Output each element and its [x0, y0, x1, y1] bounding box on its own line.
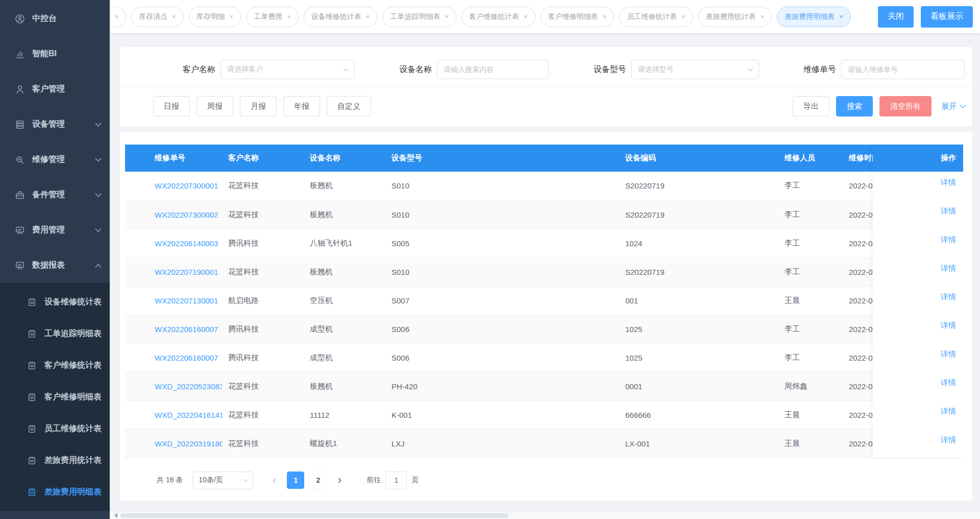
horizontal-scrollbar[interactable] [110, 511, 980, 519]
cell-order[interactable]: WX202206160007 [125, 315, 222, 343]
next-page-button[interactable] [331, 471, 348, 489]
clear-all-button[interactable]: 清空所有 [879, 96, 932, 116]
sidebar-item-5[interactable]: 备件管理 [0, 177, 110, 213]
cell-order[interactable]: WX202206140003 [125, 229, 222, 257]
detail-link[interactable]: 详情 [941, 435, 956, 445]
period-button-0[interactable]: 日报 [153, 96, 190, 116]
period-button-4[interactable]: 自定义 [327, 96, 371, 116]
detail-link[interactable]: 详情 [941, 178, 956, 187]
detail-link[interactable]: 详情 [941, 407, 956, 416]
sidebar-subitem-4[interactable]: 员工维修统计表 [0, 413, 110, 444]
tab-7[interactable]: 客户维修明细表 [541, 7, 615, 27]
tab-close-icon[interactable] [681, 13, 685, 20]
detail-link[interactable]: 详情 [941, 292, 956, 302]
detail-link[interactable]: 详情 [941, 206, 956, 216]
sidebar-subitem-0[interactable]: 设备维修统计表 [0, 286, 110, 318]
page-number-1[interactable]: 1 [287, 471, 304, 489]
filter-label: 设备型号 [594, 64, 626, 75]
sidebar-subitem-3[interactable]: 客户维修明细表 [0, 381, 110, 413]
table-row: WX202206140003腾讯科技八轴飞针机1S0051024李工2022-0… [125, 229, 963, 257]
export-button[interactable]: 导出 [793, 96, 829, 116]
goto-page-input[interactable] [385, 471, 407, 489]
sidebar-item-label: 智能BI [32, 49, 57, 59]
board-display-button[interactable]: 看板展示 [921, 6, 973, 28]
tab-6[interactable]: 客户维修统计表 [461, 7, 535, 27]
tab-close-icon[interactable] [524, 13, 528, 20]
cell-order[interactable]: WXD_20220416141452976 [125, 400, 222, 429]
cell-order[interactable]: WXD_20220523083318102 [125, 372, 222, 400]
detail-link[interactable]: 详情 [941, 235, 956, 245]
tab-0[interactable] [114, 7, 126, 27]
sidebar-item-3[interactable]: 设备管理 [0, 107, 110, 142]
cell-order[interactable]: WX202206160007 [125, 343, 222, 372]
filter-select-0[interactable]: 请选择客户 [220, 60, 355, 79]
period-button-3[interactable]: 年报 [283, 96, 320, 116]
chevron-down-icon [95, 120, 102, 127]
cell-order[interactable]: WX202207300002 [125, 200, 222, 229]
scrollbar-thumb[interactable] [120, 513, 508, 518]
tab-1[interactable]: 库存清点 [131, 7, 184, 27]
tab-9[interactable]: 差旅费用统计表 [698, 7, 772, 27]
sidebar-item-0[interactable]: 中控台 [0, 1, 110, 36]
filter-input-3[interactable] [841, 60, 965, 79]
tab-3[interactable]: 工单费用 [246, 7, 299, 27]
cell-code: S20220719 [619, 257, 778, 286]
device-icon [14, 119, 26, 130]
cell-model: S010 [385, 200, 619, 229]
table-header-row: 维修单号客户名称设备名称设备型号设备编码维修人员维修时间 [125, 145, 963, 172]
tab-4[interactable]: 设备维修统计表 [304, 7, 378, 27]
sidebar-subitem-1[interactable]: 工单追踪明细表 [0, 318, 110, 349]
tab-2[interactable]: 库存明细 [189, 7, 241, 27]
cell-order[interactable]: WX202207130001 [125, 286, 222, 315]
tab-close-icon[interactable] [287, 13, 291, 20]
page-number-2[interactable]: 2 [309, 471, 327, 489]
cell-model: S010 [385, 172, 619, 200]
tab-close-icon[interactable] [172, 13, 176, 20]
filter-label: 设备名称 [399, 64, 432, 75]
cell-order[interactable]: WX202207190001 [125, 257, 222, 286]
tab-8[interactable]: 员工维修统计表 [619, 7, 693, 27]
close-button[interactable]: 关闭 [878, 6, 914, 28]
detail-link[interactable]: 详情 [941, 378, 956, 388]
tab-close-icon[interactable] [230, 13, 234, 20]
prev-page-button[interactable] [265, 471, 283, 489]
tab-10[interactable]: 差旅费用明细表 [777, 7, 851, 27]
column-header-1: 客户名称 [222, 145, 304, 172]
tab-5[interactable]: 工单追踪明细表 [382, 7, 456, 27]
cell-order[interactable]: WX202207300001 [125, 172, 222, 200]
tab-close-icon[interactable] [603, 13, 607, 20]
scroll-left-arrow-icon[interactable] [112, 513, 117, 518]
detail-link[interactable]: 详情 [941, 264, 956, 273]
sidebar-item-1[interactable]: 智能BI [0, 36, 110, 72]
sidebar: 中控台智能BI客户管理设备管理维修管理备件管理费用管理数据报表 设备维修统计表工… [0, 0, 110, 519]
tab-label: 工单费用 [254, 12, 282, 21]
sidebar-item-4[interactable]: 维修管理 [0, 142, 110, 177]
sidebar-item-7[interactable]: 数据报表 [0, 248, 110, 283]
repair-icon [14, 154, 26, 166]
sidebar-subitem-5[interactable]: 差旅费用统计表 [0, 444, 110, 476]
expand-toggle[interactable]: 展开 [941, 102, 965, 111]
sidebar-item-6[interactable]: 费用管理 [0, 213, 110, 248]
tab-close-icon[interactable] [366, 13, 370, 20]
period-button-2[interactable]: 月报 [240, 96, 277, 116]
sidebar-subitem-6[interactable]: 差旅费用明细表 [0, 476, 110, 508]
sidebar-item-2[interactable]: 客户管理 [0, 72, 110, 107]
sidebar-subitem-2[interactable]: 客户维修统计表 [0, 349, 110, 381]
tab-close-icon[interactable] [445, 13, 449, 20]
search-button[interactable]: 搜索 [836, 96, 873, 116]
cell-device: 板翘机 [304, 257, 385, 286]
tab-close-icon[interactable] [761, 13, 765, 20]
sidebar-subitem-label: 工单追踪明细表 [44, 328, 102, 339]
tab-close-icon[interactable] [114, 13, 118, 20]
detail-link[interactable]: 详情 [941, 349, 956, 359]
content: 客户名称请选择客户设备名称设备型号请选择型号维修单号 日报周报月报年报自定义 导… [110, 33, 980, 519]
detail-link[interactable]: 详情 [941, 321, 956, 331]
filter-select-2[interactable]: 请选择型号 [631, 60, 759, 79]
filter-label: 客户名称 [183, 64, 215, 75]
cell-customer: 花篮科技 [222, 372, 304, 400]
filter-input-1[interactable] [437, 60, 549, 79]
tab-close-icon[interactable] [839, 13, 843, 20]
cell-order[interactable]: WXD_20220319180549255 [125, 429, 222, 458]
page-size-select[interactable]: 10条/页 [193, 471, 253, 489]
period-button-1[interactable]: 周报 [197, 96, 233, 116]
